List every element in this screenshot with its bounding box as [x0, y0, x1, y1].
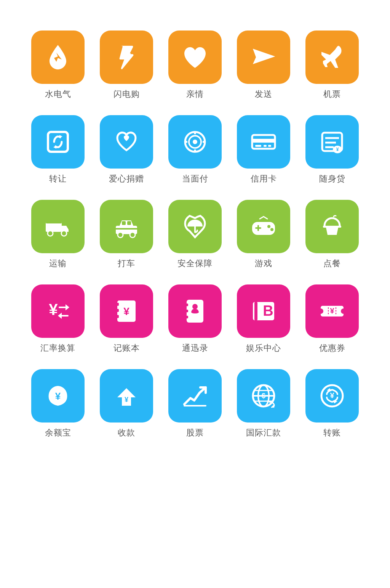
label-receive: 收款 [118, 427, 135, 439]
item-international[interactable]: $ 国际汇款 [233, 369, 294, 439]
svg-point-23 [48, 231, 53, 236]
label-flash-shop: 闪电购 [113, 88, 140, 100]
svg-text:¥: ¥ [55, 390, 61, 402]
item-utilities[interactable]: 水电气 [27, 31, 88, 100]
label-face-pay: 当面付 [182, 173, 208, 185]
icon-box-truck [31, 200, 85, 253]
svg-rect-27 [122, 221, 126, 225]
icon-box-entertainment: B [237, 284, 290, 338]
label-food: 点餐 [323, 258, 341, 269]
svg-point-53 [192, 304, 198, 309]
icon-box-remit: ¥ [305, 369, 359, 423]
svg-rect-31 [115, 228, 138, 230]
svg-rect-50 [186, 304, 188, 306]
icon-box-exchange: ¥ [31, 284, 85, 338]
label-loan: 随身贷 [319, 173, 345, 185]
icon-box-utilities [31, 31, 85, 84]
svg-text:¥: ¥ [49, 300, 58, 318]
label-balance: 余额宝 [45, 427, 71, 439]
icon-box-insurance [168, 200, 222, 253]
svg-rect-55 [254, 302, 257, 320]
svg-marker-43 [58, 313, 62, 319]
svg-marker-41 [66, 304, 69, 310]
icon-box-flight [305, 31, 359, 84]
svg-point-37 [270, 228, 273, 231]
icon-box-international: $ [237, 369, 290, 423]
label-international: 国际汇款 [246, 427, 281, 439]
item-love[interactable]: 亲情 [165, 31, 225, 100]
svg-point-0 [190, 50, 196, 56]
item-face-pay[interactable]: 当面付 [165, 115, 225, 185]
label-stocks: 股票 [186, 427, 204, 439]
label-ledger: 记账本 [113, 342, 140, 354]
icon-box-send [237, 31, 290, 84]
icon-box-game [237, 200, 290, 253]
svg-rect-47 [117, 315, 119, 318]
label-transfer: 转让 [49, 173, 67, 185]
svg-point-29 [118, 232, 123, 238]
label-game: 游戏 [255, 258, 272, 269]
svg-rect-14 [255, 145, 261, 147]
icon-box-credit-card [237, 115, 290, 169]
icon-box-loan: ¥ [305, 115, 359, 169]
svg-rect-52 [186, 316, 188, 318]
label-exchange: 汇率换算 [40, 342, 75, 354]
label-credit-card: 信用卡 [251, 173, 277, 185]
label-entertainment: 娱乐中心 [246, 342, 281, 354]
svg-point-30 [130, 232, 135, 238]
icon-box-stocks [168, 369, 222, 423]
svg-rect-13 [252, 139, 275, 143]
icon-box-receive: ¥ [100, 369, 153, 423]
label-send: 发送 [255, 88, 272, 100]
item-truck[interactable]: 运输 [27, 200, 88, 269]
item-ledger[interactable]: ¥ 记账本 [96, 284, 157, 354]
icon-box-contacts [168, 284, 222, 338]
icon-box-balance: ¥ [31, 369, 85, 423]
item-game[interactable]: 游戏 [233, 200, 294, 269]
label-contacts: 通迅录 [182, 342, 208, 354]
svg-text:¥: ¥ [125, 396, 128, 403]
svg-rect-25 [46, 222, 62, 223]
icon-grid: 水电气 闪电购 亲情 发送 机票 [27, 31, 363, 439]
svg-text:¥: ¥ [123, 305, 129, 317]
item-taxi[interactable]: 打车 [96, 200, 157, 269]
item-loan[interactable]: ¥ 随身贷 [302, 115, 363, 185]
svg-text:¥: ¥ [336, 147, 339, 152]
item-transfer[interactable]: 转让 [27, 115, 88, 185]
item-coupon[interactable]: ¥ 优惠券 [302, 284, 363, 354]
label-utilities: 水电气 [45, 88, 71, 100]
item-exchange[interactable]: ¥ 汇率换算 [27, 284, 88, 354]
svg-rect-46 [117, 309, 119, 312]
icon-box-food [305, 200, 359, 253]
item-flight[interactable]: 机票 [302, 31, 363, 100]
svg-text:¥: ¥ [330, 307, 334, 315]
item-entertainment[interactable]: B 娱乐中心 [233, 284, 294, 354]
svg-rect-38 [323, 226, 341, 228]
icon-box-taxi [100, 200, 153, 253]
item-flash-shop[interactable]: 闪电购 [96, 31, 157, 100]
svg-rect-16 [268, 145, 271, 147]
item-donate[interactable]: 爱心捐赠 [96, 115, 157, 185]
label-coupon: 优惠券 [319, 342, 345, 354]
item-receive[interactable]: ¥ 收款 [96, 369, 157, 439]
item-stocks[interactable]: 股票 [165, 369, 225, 439]
item-remit[interactable]: ¥ 转账 [302, 369, 363, 439]
icon-box-flash-shop [100, 31, 153, 84]
label-love: 亲情 [186, 88, 204, 100]
icon-box-transfer [31, 115, 85, 169]
label-remit: 转账 [323, 427, 341, 439]
icon-box-face-pay [168, 115, 222, 169]
item-send[interactable]: 发送 [233, 31, 294, 100]
item-credit-card[interactable]: 信用卡 [233, 115, 294, 185]
item-balance[interactable]: ¥ 余额宝 [27, 369, 88, 439]
item-contacts[interactable]: 通迅录 [165, 284, 225, 354]
item-food[interactable]: 点餐 [302, 200, 363, 269]
svg-point-7 [193, 140, 197, 144]
svg-point-59 [341, 308, 346, 314]
svg-point-36 [267, 225, 270, 228]
svg-rect-15 [264, 145, 267, 147]
item-insurance[interactable]: 安全保障 [165, 200, 225, 269]
svg-rect-2 [48, 132, 68, 152]
svg-text:¥: ¥ [330, 391, 334, 400]
label-taxi: 打车 [118, 258, 135, 269]
